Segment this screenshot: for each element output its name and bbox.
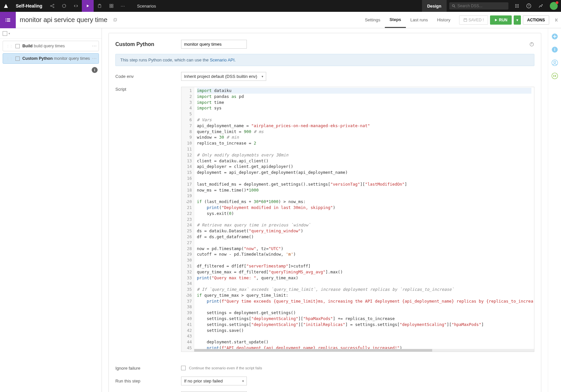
jobs-icon[interactable] (551, 72, 558, 80)
global-search[interactable] (449, 2, 508, 10)
design-tab[interactable]: Design (422, 0, 447, 12)
project-name[interactable]: Self-Healing (12, 3, 46, 9)
step-checkbox[interactable] (15, 57, 20, 61)
step-label: Build build query times (22, 44, 65, 48)
saved-button[interactable]: SAVED ! (459, 15, 488, 25)
code-line[interactable]: # Retrieve max query time in previous `w… (197, 222, 531, 228)
code-line[interactable]: print("Deployment modified in last 30min… (197, 205, 531, 211)
activity-icon[interactable] (535, 0, 547, 12)
run-dropdown[interactable]: ▾ (514, 15, 521, 25)
code-line[interactable]: # Only modify deploymebts every 30min (197, 152, 531, 158)
code-line[interactable] (197, 217, 531, 222)
info-badge-icon[interactable]: i (92, 67, 98, 73)
code-line[interactable]: print(f"Query time exceeds {query_time_l… (197, 298, 531, 304)
code-line[interactable]: settings.settings["deploymentScaling"]["… (197, 322, 531, 328)
code-line[interactable]: import time (197, 100, 531, 105)
code-line[interactable]: import pandas as pd (197, 94, 531, 100)
search-input[interactable] (457, 4, 506, 8)
actions-button[interactable]: ACTIONS (523, 15, 549, 25)
add-icon[interactable] (551, 33, 558, 40)
code-line[interactable]: df_filtered = df[df["serverTimestamp"]>c… (197, 263, 531, 269)
breadcrumb[interactable]: Scenarios (129, 4, 164, 9)
info-icon[interactable]: i (551, 46, 558, 53)
tab-steps[interactable]: Steps (385, 12, 406, 28)
code-editor[interactable]: 1234567891011121314151617181920212223242… (181, 87, 534, 352)
code-line[interactable]: df = ds.get_dataframe() (197, 234, 531, 240)
code-line[interactable]: settings.save() (197, 328, 531, 334)
code-line[interactable] (197, 304, 531, 310)
collapse-right-icon[interactable] (553, 18, 561, 22)
tab-last-runs[interactable]: Last runs (406, 12, 432, 28)
step-more-icon[interactable]: ⋯ (92, 43, 97, 49)
share-icon[interactable] (46, 0, 58, 12)
dashboard-icon[interactable] (105, 0, 117, 12)
code-line[interactable]: if query_time_max > query_time_limit: (197, 292, 531, 298)
drag-handle-icon[interactable]: ⋮⋮ (6, 57, 13, 60)
code-line[interactable]: deployment = api_deployer.get_deployment… (197, 170, 531, 175)
drag-handle-icon[interactable]: ⋮⋮ (6, 44, 13, 48)
code-line[interactable]: now_ms = time.time()*1000 (197, 187, 531, 193)
flow-icon[interactable] (58, 0, 70, 12)
code-line[interactable]: sys.exit(0) (197, 211, 531, 217)
code-line[interactable] (197, 257, 531, 263)
horizontal-scrollbar[interactable] (194, 349, 534, 352)
code-line[interactable]: window = 30 # min (197, 134, 531, 140)
power-toggle-icon[interactable] (529, 42, 534, 47)
svg-point-12 (517, 4, 517, 5)
code-line[interactable]: last_modified_ms = deployment.get_settin… (197, 181, 531, 187)
code-line[interactable] (197, 333, 531, 339)
select-all-caret-icon[interactable]: ▾ (9, 32, 10, 35)
step-item[interactable]: ⋮⋮ Build build query times ⋯ (3, 41, 99, 51)
step-name-input[interactable] (181, 40, 247, 49)
steps-menu-button[interactable] (0, 12, 16, 28)
more-icon[interactable]: ⋯ (117, 0, 129, 12)
select-all-checkbox[interactable] (3, 31, 7, 36)
code-line[interactable] (197, 146, 531, 152)
user-avatar[interactable] (550, 2, 558, 10)
code-line[interactable] (197, 193, 531, 199)
code-line[interactable]: if (last_modified_ms + 30*60*1000) > now… (197, 199, 531, 205)
code-line[interactable]: settings = deployment.get_settings() (197, 310, 531, 316)
step-checkbox[interactable] (15, 44, 20, 48)
code-line[interactable]: query_time_limit = 900 # ms (197, 129, 531, 135)
code-line[interactable]: cutoff = now - pd.Timedelta(window, 'm') (197, 251, 531, 257)
logo-icon[interactable] (0, 0, 12, 12)
code-line[interactable]: query_time_max = df_filtered["queryTimin… (197, 269, 531, 275)
code-line[interactable] (197, 111, 531, 117)
code-line[interactable]: client = dataiku.api_client() (197, 158, 531, 164)
tab-settings[interactable]: Settings (360, 12, 385, 28)
ignore-failure-checkbox[interactable] (181, 366, 186, 370)
code-line[interactable]: import dataiku (197, 88, 531, 94)
svg-text:?: ? (528, 4, 529, 8)
copy-icon[interactable] (113, 18, 117, 22)
run-this-step-select[interactable]: If no prior step failed (181, 377, 247, 385)
code-line[interactable]: # If `query_time_max` exceeds `query_tim… (197, 287, 531, 292)
step-item[interactable]: ⋮⋮ Custom Python monitor query times ⋯ (3, 53, 99, 64)
clipboard-icon[interactable] (94, 0, 105, 12)
scenarios-nav-icon[interactable] (82, 0, 94, 12)
svg-rect-27 (7, 21, 10, 22)
code-line[interactable]: import sys (197, 105, 531, 111)
code-line[interactable]: deployment.start_update() (197, 339, 531, 345)
code-line[interactable]: now = pd.Timestamp("now", tz="UTC") (197, 246, 531, 252)
help-icon[interactable]: ? (523, 0, 535, 12)
code-line[interactable] (197, 281, 531, 287)
scenario-api-link[interactable]: Scenario API (210, 58, 234, 62)
code-env-select[interactable]: Inherit project default (DSS builtin env… (181, 72, 266, 81)
step-more-icon[interactable]: ⋯ (92, 56, 97, 61)
ignore-failure-label: Ignore failure (115, 366, 181, 371)
code-line[interactable]: print("Query max time: ", query_time_max… (197, 275, 531, 281)
code-line[interactable]: settings.settings["deploymentScaling"]["… (197, 316, 531, 322)
code-line[interactable] (197, 240, 531, 246)
run-button[interactable]: RUN (490, 15, 512, 25)
apps-icon[interactable] (511, 0, 523, 12)
code-line[interactable]: api_deployer = client.get_apideployer() (197, 164, 531, 170)
code-line[interactable]: replicas_to_increase = 2 (197, 140, 531, 146)
code-icon[interactable] (70, 0, 82, 12)
code-line[interactable]: ds = dataiku.Dataset("query_timing_windo… (197, 228, 531, 234)
code-line[interactable] (197, 175, 531, 181)
user-icon[interactable] (551, 59, 558, 66)
code-line[interactable]: # Vars (197, 117, 531, 123)
code-line[interactable]: api_deployment_name = "airplane_prices-o… (197, 123, 531, 129)
tab-history[interactable]: History (432, 12, 455, 28)
